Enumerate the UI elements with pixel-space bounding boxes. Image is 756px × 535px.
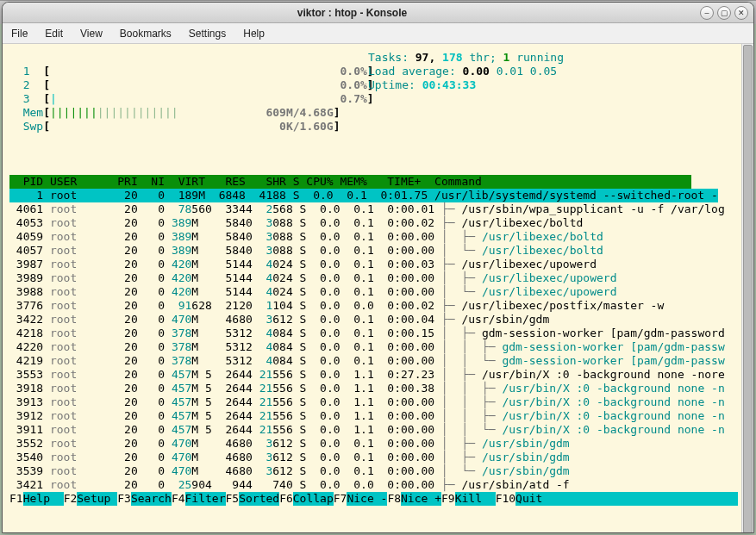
fkey-F2[interactable]: Setup xyxy=(77,492,117,506)
konsole-window: viktor : htop - Konsole – ▢ ✕ File Edit … xyxy=(2,2,754,533)
window-title: viktor : htop - Konsole xyxy=(8,7,697,19)
process-row[interactable]: 3421 root 20 0 25904 944 740 S 0.0 0.0 0… xyxy=(9,478,753,492)
fkey-F1[interactable]: Help xyxy=(23,492,64,506)
menu-settings[interactable]: Settings xyxy=(189,28,226,40)
process-row[interactable]: 3552 root 20 0 470M 4680 3612 S 0.0 0.1 … xyxy=(9,437,753,451)
scrollbar[interactable] xyxy=(741,44,753,532)
minimize-button[interactable]: – xyxy=(700,6,714,20)
menu-edit[interactable]: Edit xyxy=(45,28,63,40)
menu-help[interactable]: Help xyxy=(243,28,265,40)
process-row[interactable]: 3913 root 20 0 457M 5 2644 21556 S 0.0 1… xyxy=(9,395,753,409)
process-header: PID USER PRI NI VIRT RES SHR S CPU% MEM%… xyxy=(9,175,691,189)
fkey-F4[interactable]: Filter xyxy=(185,492,226,506)
menu-file[interactable]: File xyxy=(11,28,28,40)
terminal[interactable]: 1 [ 0.0%] 2 [ 0.0%] 3 [| 0.7%] Mem[|||||… xyxy=(3,44,753,532)
process-row[interactable]: 4219 root 20 0 378M 5312 4084 S 0.0 0.1 … xyxy=(9,354,753,368)
close-button[interactable]: ✕ xyxy=(734,6,748,20)
process-row[interactable]: 3776 root 20 0 91628 2120 1104 S 0.0 0.0… xyxy=(9,299,753,313)
process-row[interactable]: 3539 root 20 0 470M 4680 3612 S 0.0 0.1 … xyxy=(9,464,753,478)
process-row[interactable]: 3989 root 20 0 420M 5144 4024 S 0.0 0.1 … xyxy=(9,271,753,285)
process-row[interactable]: 3912 root 20 0 457M 5 2644 21556 S 0.0 1… xyxy=(9,409,753,423)
process-row[interactable]: 4220 root 20 0 378M 5312 4084 S 0.0 0.1 … xyxy=(9,340,753,354)
process-row[interactable]: 3988 root 20 0 420M 5144 4024 S 0.0 0.1 … xyxy=(9,285,753,299)
menu-bookmarks[interactable]: Bookmarks xyxy=(120,28,172,40)
process-row[interactable]: 3553 root 20 0 457M 5 2644 21556 S 0.0 1… xyxy=(9,368,753,382)
process-row[interactable]: 3987 root 20 0 420M 5144 4024 S 0.0 0.1 … xyxy=(9,258,753,271)
fkey-F5[interactable]: Sorted xyxy=(239,492,279,506)
titlebar[interactable]: viktor : htop - Konsole – ▢ ✕ xyxy=(3,3,753,23)
process-row[interactable]: 3540 root 20 0 470M 4680 3612 S 0.0 0.1 … xyxy=(9,451,753,464)
process-row[interactable]: 3918 root 20 0 457M 5 2644 21556 S 0.0 1… xyxy=(9,382,753,395)
fkey-F3[interactable]: Search xyxy=(131,492,172,506)
fkey-F6[interactable]: Collap xyxy=(293,492,334,506)
process-row[interactable]: 4057 root 20 0 389M 5840 3088 S 0.0 0.1 … xyxy=(9,244,753,258)
menu-view[interactable]: View xyxy=(80,28,103,40)
process-row[interactable]: 4218 root 20 0 378M 5312 4084 S 0.0 0.1 … xyxy=(9,327,753,340)
process-row[interactable]: 3422 root 20 0 470M 4680 3612 S 0.0 0.1 … xyxy=(9,313,753,327)
fkey-F7[interactable]: Nice - xyxy=(347,492,387,506)
menubar: File Edit View Bookmarks Settings Help xyxy=(3,23,753,44)
process-row[interactable]: 4053 root 20 0 389M 5840 3088 S 0.0 0.1 … xyxy=(9,216,753,230)
process-row[interactable]: 4061 root 20 0 78560 3344 2568 S 0.0 0.1… xyxy=(9,202,753,216)
fkey-F10[interactable]: Quit xyxy=(515,492,738,506)
process-row-selected[interactable]: 1 root 20 0 189M 6848 4188 S 0.0 0.1 0:0… xyxy=(9,189,718,202)
maximize-button[interactable]: ▢ xyxy=(717,6,731,20)
process-row[interactable]: 3911 root 20 0 457M 5 2644 21556 S 0.0 1… xyxy=(9,423,753,437)
process-row[interactable]: 4059 root 20 0 389M 5840 3088 S 0.0 0.1 … xyxy=(9,230,753,244)
fkey-F9[interactable]: Kill xyxy=(455,492,496,506)
fkey-F8[interactable]: Nice + xyxy=(401,492,441,506)
